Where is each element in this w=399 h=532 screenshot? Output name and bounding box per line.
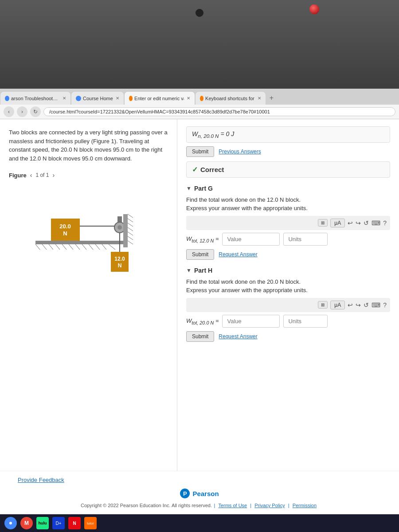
tab-close-btn[interactable]: ✕	[63, 96, 66, 101]
taskbar-hulu-icon[interactable]: hulu	[36, 517, 49, 529]
tab-icon-2	[76, 96, 81, 101]
part-h-reset-btn[interactable]: ↺	[364, 301, 369, 309]
block-20n	[51, 219, 80, 241]
part-g-header[interactable]: ▼ Part G	[186, 185, 390, 192]
part-h-redo-btn[interactable]: ↪	[356, 301, 361, 309]
tab-keyboard[interactable]: Keyboard shortcuts for entering... ✕	[195, 91, 266, 105]
part-g-units-input[interactable]	[283, 233, 328, 246]
part-g-value-input[interactable]	[222, 233, 280, 246]
taskbar-disney-icon[interactable]: D+	[52, 517, 65, 529]
part-g-redo-btn[interactable]: ↪	[356, 219, 361, 227]
svg-line-3	[55, 244, 60, 250]
left-panel: ❮ Two blocks are connected by a very lig…	[0, 119, 177, 471]
part-h-submit-btn[interactable]: Submit	[186, 331, 214, 342]
svg-line-8	[89, 244, 93, 250]
part-h-matrix-btn[interactable]: ⊞	[318, 301, 328, 309]
figure-nav: ‹ 1 of 1 ›	[30, 172, 55, 179]
part-h-undo-btn[interactable]: ↩	[348, 301, 353, 309]
terms-link[interactable]: Terms of Use	[218, 503, 247, 508]
figure-prev-btn[interactable]: ‹	[30, 172, 32, 179]
tab-troubleshooter[interactable]: arson Troubleshooter | Inter... ✕	[0, 91, 71, 105]
correct-text: Correct	[200, 166, 224, 173]
figure-nav-text: 1 of 1	[35, 172, 49, 178]
taskbar-tutor-icon[interactable]: tutor	[84, 517, 97, 529]
part-g-matrix-btn[interactable]: ⊞	[318, 219, 328, 227]
part-h-request-answer-btn[interactable]: Request Answer	[219, 333, 257, 340]
forward-button[interactable]: ›	[17, 106, 27, 117]
taskbar-gmail-icon[interactable]: M	[20, 517, 33, 529]
laptop-frame	[0, 0, 399, 89]
svg-line-23	[128, 223, 133, 227]
back-button[interactable]: ‹	[4, 106, 14, 117]
right-panel: Wn, 20.0 N = 0 J Submit Previous Answers…	[177, 119, 399, 471]
part-g-equals: =	[215, 235, 219, 242]
part-h-help-btn[interactable]: ?	[383, 301, 387, 309]
tab-label-4: Keyboard shortcuts for entering...	[205, 96, 255, 101]
tab-close-btn-3[interactable]: ✕	[187, 96, 190, 101]
svg-line-2	[49, 244, 53, 250]
svg-line-11	[109, 244, 115, 250]
svg-point-15	[117, 225, 122, 230]
tab-icon-3	[129, 96, 133, 101]
svg-point-29	[9, 522, 12, 524]
provide-feedback-link[interactable]: Provide Feedback	[9, 477, 390, 483]
part-h-value-input[interactable]	[222, 315, 280, 328]
taskbar-chrome-icon[interactable]	[4, 517, 17, 529]
physics-diagram: 20.0 N 12.0 N	[27, 188, 142, 276]
tab-close-btn-4[interactable]: ✕	[258, 96, 261, 101]
address-bar[interactable]: /course.html?courseId=17221332&OpenVellu…	[43, 107, 395, 116]
svg-line-24	[128, 227, 133, 231]
address-bar-row: ‹ › ↻ /course.html?courseId=17221332&Ope…	[0, 105, 399, 119]
part-g-mu-btn[interactable]: μA	[330, 219, 345, 227]
privacy-link[interactable]: Privacy Policy	[254, 503, 285, 508]
tab-label-2: Course Home	[83, 96, 113, 101]
part-g-keyboard-btn[interactable]: ⌨	[372, 219, 380, 227]
part-h-header[interactable]: ▼ Part H	[186, 267, 390, 274]
previous-answers-link[interactable]: Previous Answers	[219, 149, 261, 155]
part-g-undo-btn[interactable]: ↩	[348, 219, 353, 227]
taskbar-netflix-icon[interactable]: N	[68, 517, 81, 529]
tab-course-home[interactable]: Course Home ✕	[71, 91, 124, 105]
svg-line-9	[95, 244, 100, 250]
part-g-tools: ⊞ μA ↩ ↪ ↺ ⌨ ?	[186, 216, 390, 230]
svg-text:12.0: 12.0	[114, 256, 125, 262]
part-h-section: ▼ Part H Find the total work done on the…	[186, 267, 390, 342]
part-h-arrow: ▼	[186, 267, 192, 274]
new-tab-button[interactable]: +	[266, 91, 277, 105]
part-h-keyboard-btn[interactable]: ⌨	[372, 301, 380, 309]
part-h-title: Part H	[194, 267, 212, 274]
tab-enter-value[interactable]: Enter or edit numeric value with... ✕	[124, 91, 195, 105]
svg-text:N: N	[63, 230, 67, 237]
part-g-units-note: Express your answer with the appropriate…	[186, 205, 390, 211]
svg-rect-20	[123, 214, 128, 247]
svg-line-22	[128, 219, 133, 222]
part-g-arrow: ▼	[186, 185, 192, 192]
svg-line-10	[102, 244, 106, 250]
part-g-input-row: Wtot, 12.0 N =	[186, 233, 390, 246]
pearson-logo: P Pearson	[9, 489, 390, 498]
page-content: ❮ Two blocks are connected by a very lig…	[0, 119, 399, 514]
figure-next-btn[interactable]: ›	[52, 172, 55, 179]
part-g-request-answer-btn[interactable]: Request Answer	[219, 251, 257, 258]
svg-line-7	[82, 244, 86, 250]
submit-prev-button[interactable]: Submit	[186, 146, 214, 157]
part-g-help-btn[interactable]: ?	[383, 219, 387, 227]
browser-chrome: arson Troubleshooter | Inter... ✕ Course…	[0, 89, 399, 119]
part-h-units-note: Express your answer with the appropriate…	[186, 287, 390, 293]
part-g-submit-btn[interactable]: Submit	[186, 249, 214, 260]
part-h-units-input[interactable]	[283, 315, 328, 328]
permissions-link[interactable]: Permission	[293, 503, 317, 508]
part-h-question: Find the total work done on the 20.0 N b…	[186, 278, 390, 285]
part-h-mu-btn[interactable]: μA	[330, 301, 345, 309]
tab-icon-4	[200, 96, 203, 101]
copyright-row: Copyright © 2022 Pearson Education Inc. …	[9, 501, 390, 509]
part-g-reset-btn[interactable]: ↺	[364, 219, 369, 227]
svg-line-5	[69, 244, 73, 250]
part-g-section: ▼ Part G Find the total work done on the…	[186, 185, 390, 260]
part-h-formula: Wtot, 20.0 N =	[186, 317, 219, 325]
answer-subscript: n, 20.0 N	[198, 133, 219, 139]
part-h-equals: =	[215, 317, 219, 324]
refresh-button[interactable]: ↻	[30, 106, 41, 117]
surface	[35, 241, 124, 244]
tab-close-btn-2[interactable]: ✕	[116, 96, 119, 101]
